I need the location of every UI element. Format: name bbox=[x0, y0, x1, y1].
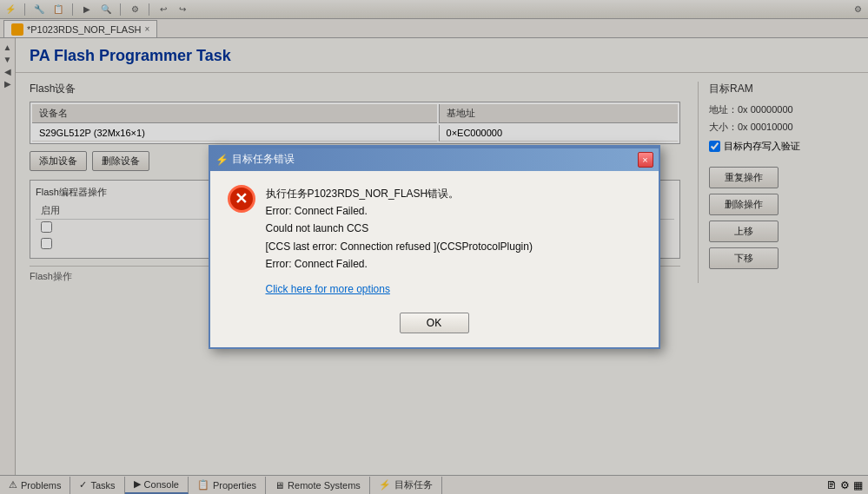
more-options-link[interactable]: Click here for more options bbox=[266, 283, 390, 295]
dialog-title-icon: ⚡ bbox=[215, 154, 229, 166]
modal-overlay: ⚡ 目标任务错误 × ✕ 执行任务P1023RDS_NOR_FLASH错误。 E… bbox=[0, 0, 868, 494]
dialog-titlebar: ⚡ 目标任务错误 × bbox=[210, 148, 659, 171]
error-line-3: Could not launch CCS bbox=[266, 220, 533, 237]
error-icon: ✕ bbox=[228, 185, 255, 213]
error-line-1: 执行任务P1023RDS_NOR_FLASH错误。 bbox=[266, 185, 533, 202]
dialog-title-text: ⚡ 目标任务错误 bbox=[215, 152, 295, 167]
error-message-block: 执行任务P1023RDS_NOR_FLASH错误。 Error: Connect… bbox=[266, 185, 533, 273]
error-line-5: Error: Connect Failed. bbox=[266, 255, 533, 273]
error-dialog: ⚡ 目标任务错误 × ✕ 执行任务P1023RDS_NOR_FLASH错误。 E… bbox=[209, 145, 660, 350]
dialog-footer: OK bbox=[210, 313, 659, 347]
error-x-icon: ✕ bbox=[235, 189, 248, 208]
ok-button[interactable]: OK bbox=[400, 313, 469, 333]
dialog-content-row: ✕ 执行任务P1023RDS_NOR_FLASH错误。 Error: Conne… bbox=[228, 185, 641, 273]
dialog-close-button[interactable]: × bbox=[638, 152, 653, 168]
more-options-row: Click here for more options bbox=[228, 283, 641, 295]
error-line-4: [CCS last error: Connection refused ](CC… bbox=[266, 238, 533, 255]
dialog-title-label: 目标任务错误 bbox=[232, 152, 295, 167]
dialog-body: ✕ 执行任务P1023RDS_NOR_FLASH错误。 Error: Conne… bbox=[210, 171, 659, 313]
error-line-2: Error: Connect Failed. bbox=[266, 202, 533, 220]
